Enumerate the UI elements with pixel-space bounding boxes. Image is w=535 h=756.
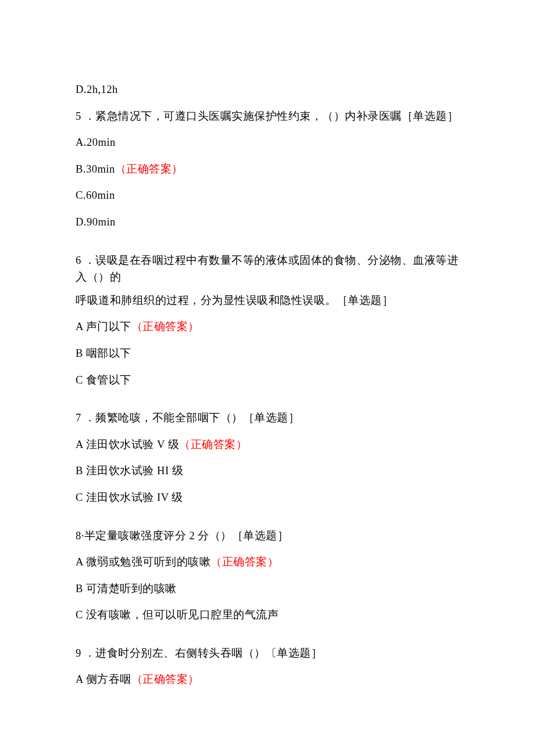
q9-stem: 9 ．进食时分别左、右侧转头吞咽（）〔单选题］	[76, 645, 459, 662]
q9-option-a: A 侧方吞咽（正确答案）	[76, 671, 459, 689]
q7-option-c: C 洼田饮水试验 IV 级	[76, 489, 459, 507]
q6-option-a-text: A 声门以下	[76, 321, 131, 332]
q5-option-b-text: B.30min	[76, 163, 115, 175]
q6-stem-line1: 6 ．误吸是在吞咽过程中有数量不等的液体或固体的食物、分泌物、血液等进入（）的	[76, 252, 459, 286]
q5-option-d: D.90min	[76, 214, 459, 231]
q5-option-b: B.30min（正确答案）	[76, 161, 459, 178]
correct-answer-label: （正确答案）	[131, 321, 199, 332]
q4-option-d: D.2h,12h	[76, 81, 459, 99]
q8-option-a-text: A 微弱或勉强可听到的咳嗽	[76, 556, 211, 568]
correct-answer-label: （正确答案）	[115, 163, 183, 175]
q8-stem: 8∙半定量咳嗽强度评分 2 分（）［单选题］	[76, 528, 459, 545]
q6-option-b: B 咽部以下	[76, 345, 459, 363]
q5-stem: 5 ．紧急情况下，可遵口头医嘱实施保护性约束，（）内补录医嘱［单选题］	[76, 108, 459, 126]
q8-option-a: A 微弱或勉强可听到的咳嗽（正确答案）	[76, 554, 459, 571]
document-page: D.2h,12h 5 ．紧急情况下，可遵口头医嘱实施保护性约束，（）内补录医嘱［…	[0, 0, 535, 756]
q8-option-b: B 可清楚听到的咳嗽	[76, 581, 459, 598]
correct-answer-label: （正确答案）	[179, 439, 247, 450]
q7-option-a: A 洼田饮水试验 V 级（正确答案）	[76, 436, 459, 454]
correct-answer-label: （正确答案）	[211, 556, 279, 568]
q5-option-c: C.60min	[76, 187, 459, 205]
q6-option-c: C 食管以下	[76, 372, 459, 389]
correct-answer-label: （正确答案）	[131, 673, 199, 685]
q6-option-a: A 声门以下（正确答案）	[76, 318, 459, 336]
q6-stem-line2: 呼吸道和肺组织的过程，分为显性误吸和隐性误吸。［单选题］	[76, 292, 459, 310]
q9-option-a-text: A 侧方吞咽	[76, 673, 131, 685]
q7-stem: 7 ．频繁呛咳，不能全部咽下（）［单选题］	[76, 410, 459, 427]
q8-option-c: C 没有咳嗽，但可以听见口腔里的气流声	[76, 607, 459, 624]
q5-option-a: A.20min	[76, 134, 459, 152]
q7-option-a-text: A 洼田饮水试验 V 级	[76, 439, 179, 450]
q7-option-b: B 洼田饮水试验 HI 级	[76, 463, 459, 480]
